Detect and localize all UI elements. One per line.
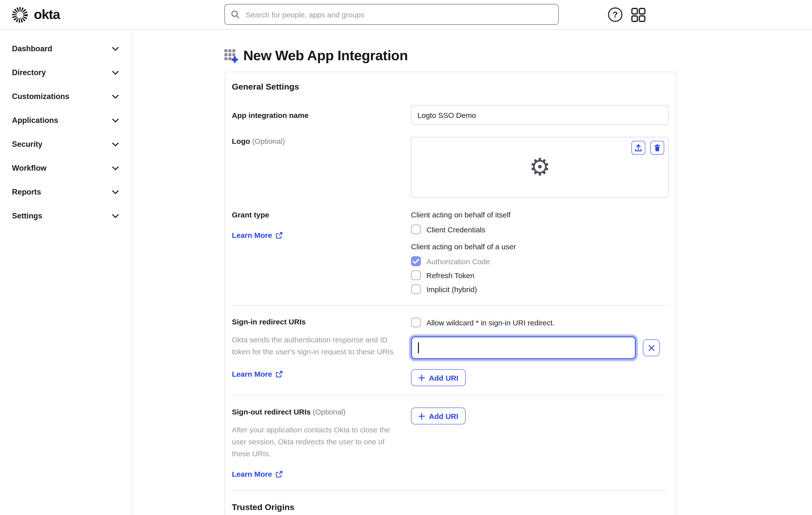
sidebar-item-settings[interactable]: Settings <box>0 204 132 228</box>
signin-add-uri-button[interactable]: Add URI <box>411 369 466 386</box>
sidebar-item-security[interactable]: Security <box>0 132 132 156</box>
page-title-row: New Web App Integration <box>224 48 812 64</box>
app-name-label: App integration name <box>232 111 309 119</box>
signin-uri-line <box>411 336 669 359</box>
logo-optional-label: (Optional) <box>252 137 285 145</box>
sidebar-item-label: Reports <box>12 188 41 197</box>
grid-icon <box>631 7 646 22</box>
learn-more-label: Learn More <box>232 370 272 378</box>
sidebar-item-label: Security <box>12 140 42 149</box>
trusted-origins-heading: Trusted Origins <box>232 503 669 513</box>
logo-dropzone[interactable]: ⚙ <box>411 137 669 198</box>
chevron-down-icon <box>112 166 119 170</box>
signout-add-uri-button[interactable]: Add URI <box>411 407 466 424</box>
checkbox-label: Implicit (hybrid) <box>426 285 477 293</box>
signin-learn-more-link[interactable]: Learn More <box>232 370 283 378</box>
client-credentials-checkbox[interactable] <box>411 224 421 234</box>
signin-label: Sign-in redirect URIs <box>232 317 411 326</box>
grant-learn-more-link[interactable]: Learn More <box>232 231 283 239</box>
checkbox-label: Client Credentials <box>426 225 485 234</box>
remove-uri-button[interactable] <box>643 339 660 356</box>
sidebar-item-applications[interactable]: Applications <box>0 109 132 132</box>
checkbox-row: Refresh Token <box>411 270 669 280</box>
app-name-input[interactable] <box>411 105 669 125</box>
checkbox-row: Authorization Code <box>411 256 669 266</box>
external-link-icon <box>276 232 283 238</box>
logo-actions <box>631 141 664 155</box>
integration-form-card: General Settings App integration name Lo… <box>224 71 676 515</box>
sidebar-item-directory[interactable]: Directory <box>0 61 132 85</box>
chevron-down-icon <box>112 190 119 194</box>
plus-icon <box>418 413 425 419</box>
learn-more-label: Learn More <box>232 470 272 478</box>
chevron-down-icon <box>112 214 119 218</box>
checkbox-row: Client Credentials <box>411 224 669 234</box>
okta-logo[interactable]: okta <box>0 5 60 24</box>
signout-redirect-row: Sign-out redirect URIs (Optional) After … <box>232 396 669 490</box>
app-switcher-button[interactable] <box>631 7 646 22</box>
sidebar-item-label: Workflow <box>12 164 47 173</box>
refresh-token-checkbox[interactable] <box>411 270 421 280</box>
plus-icon <box>418 374 425 381</box>
chevron-down-icon <box>112 47 119 51</box>
chevron-down-icon <box>112 118 119 123</box>
page-title: New Web App Integration <box>243 48 408 64</box>
section-divider <box>232 490 669 491</box>
checkbox-row: Allow wildcard * in sign-in URI redirect… <box>411 317 669 327</box>
search-input[interactable] <box>245 10 552 19</box>
trash-icon <box>653 143 662 152</box>
learn-more-label: Learn More <box>232 231 272 239</box>
checkbox-label: Allow wildcard * in sign-in URI redirect… <box>426 318 554 327</box>
checkbox-label: Refresh Token <box>426 271 474 279</box>
signin-uri-input[interactable] <box>411 336 636 359</box>
signout-label: Sign-out redirect URIs <box>232 407 311 416</box>
upload-icon <box>634 143 643 152</box>
grant-type-label: Grant type <box>232 210 411 219</box>
delete-logo-button[interactable] <box>650 141 664 155</box>
okta-admin-page: okta ? Dashboar <box>0 0 812 515</box>
search-icon <box>231 10 240 19</box>
sidebar-item-label: Applications <box>12 116 58 125</box>
text-cursor <box>418 342 419 353</box>
external-link-icon <box>276 370 283 377</box>
add-uri-label: Add URI <box>429 412 458 420</box>
signout-learn-more-link[interactable]: Learn More <box>232 470 283 478</box>
sidebar-item-dashboard[interactable]: Dashboard <box>0 37 132 61</box>
upload-logo-button[interactable] <box>631 141 645 155</box>
okta-aura-icon <box>10 5 29 24</box>
sidebar-item-label: Customizations <box>12 92 69 101</box>
main-content: New Web App Integration General Settings… <box>132 30 812 515</box>
logo-row: Logo (Optional) ⚙ <box>232 137 669 198</box>
new-app-grid-plus-icon <box>224 49 238 62</box>
global-search[interactable] <box>224 4 559 25</box>
signin-description: Okta sends the authentication response a… <box>232 334 396 358</box>
checkbox-row: Implicit (hybrid) <box>411 284 669 294</box>
header-actions: ? <box>608 0 812 29</box>
wildcard-checkbox[interactable] <box>411 317 421 327</box>
help-button[interactable]: ? <box>608 7 622 22</box>
implicit-hybrid-checkbox[interactable] <box>411 284 421 294</box>
close-icon <box>648 345 655 351</box>
general-settings-heading: General Settings <box>232 82 669 92</box>
authorization-code-checkbox <box>411 256 421 266</box>
sidebar-nav: Dashboard Directory Customizations Appli… <box>0 30 132 515</box>
chevron-down-icon <box>112 142 119 146</box>
sidebar-item-reports[interactable]: Reports <box>0 180 132 204</box>
sidebar-item-label: Settings <box>12 211 42 221</box>
external-link-icon <box>276 470 283 478</box>
grant-type-row: Grant type Learn More Client acting on b… <box>232 210 669 305</box>
sidebar-item-workflow[interactable]: Workflow <box>0 156 132 180</box>
add-uri-label: Add URI <box>429 373 458 382</box>
checkbox-label: Authorization Code <box>426 257 490 265</box>
sidebar-item-label: Dashboard <box>12 44 52 53</box>
grant-user-title: Client acting on behalf of a user <box>411 242 669 251</box>
logo-label: Logo <box>232 137 250 145</box>
top-header: okta ? <box>0 0 812 30</box>
signout-optional-label: (Optional) <box>313 407 346 416</box>
sidebar-item-customizations[interactable]: Customizations <box>0 85 132 109</box>
app-name-row: App integration name <box>232 105 669 125</box>
check-icon <box>411 256 421 266</box>
chevron-down-icon <box>112 70 119 75</box>
grant-self-title: Client acting on behalf of itself <box>411 210 669 220</box>
sidebar-item-label: Directory <box>12 68 46 77</box>
